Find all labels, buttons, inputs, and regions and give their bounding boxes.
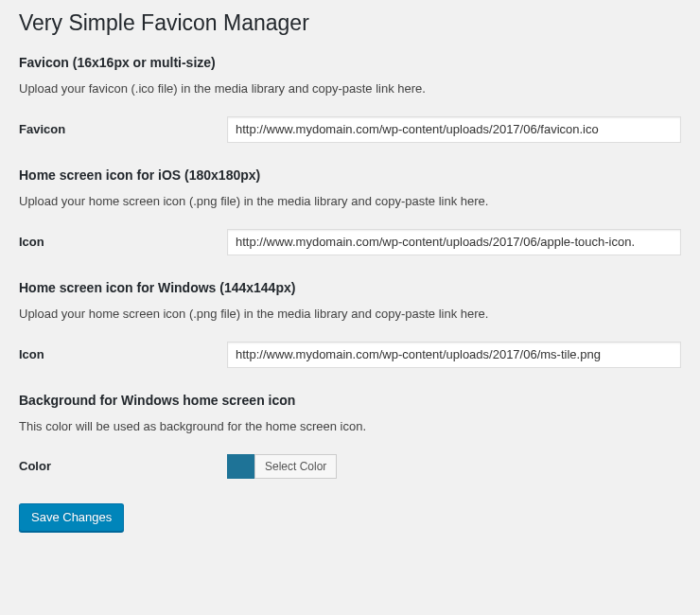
section-ios: Home screen icon for iOS (180x180px) Upl…	[19, 167, 681, 255]
ios-heading: Home screen icon for iOS (180x180px)	[19, 167, 681, 183]
windows-icon-input[interactable]	[227, 342, 681, 368]
section-bgcolor: Background for Windows home screen icon …	[19, 393, 681, 479]
select-color-button[interactable]: Select Color	[254, 454, 337, 479]
favicon-input-wrap	[227, 116, 681, 143]
windows-description: Upload your home screen icon (.png file)…	[19, 307, 681, 321]
favicon-row: Favicon	[19, 116, 681, 143]
ios-row: Icon	[19, 229, 681, 255]
page-title: Very Simple Favicon Manager	[19, 9, 681, 38]
section-favicon: Favicon (16x16px or multi-size) Upload y…	[19, 55, 681, 143]
ios-icon-input[interactable]	[227, 229, 681, 255]
ios-description: Upload your home screen icon (.png file)…	[19, 194, 681, 208]
submit-row: Save Changes	[19, 503, 681, 532]
color-picker: Select Color	[227, 454, 681, 479]
bgcolor-row: Color Select Color	[19, 454, 681, 479]
bgcolor-input-wrap: Select Color	[227, 454, 681, 479]
windows-label: Icon	[19, 347, 227, 361]
bgcolor-heading: Background for Windows home screen icon	[19, 393, 681, 408]
windows-row: Icon	[19, 342, 681, 368]
ios-input-wrap	[227, 229, 681, 255]
color-swatch[interactable]	[227, 454, 255, 479]
bgcolor-description: This color will be used as background fo…	[19, 419, 681, 433]
favicon-input[interactable]	[227, 116, 681, 143]
bgcolor-label: Color	[19, 459, 227, 473]
favicon-description: Upload your favicon (.ico file) in the m…	[19, 81, 681, 96]
windows-heading: Home screen icon for Windows (144x144px)	[19, 280, 681, 295]
windows-input-wrap	[227, 342, 681, 368]
section-windows: Home screen icon for Windows (144x144px)…	[19, 280, 681, 368]
save-changes-button[interactable]: Save Changes	[19, 503, 124, 532]
favicon-label: Favicon	[19, 122, 227, 136]
favicon-heading: Favicon (16x16px or multi-size)	[19, 55, 681, 70]
ios-label: Icon	[19, 235, 227, 249]
